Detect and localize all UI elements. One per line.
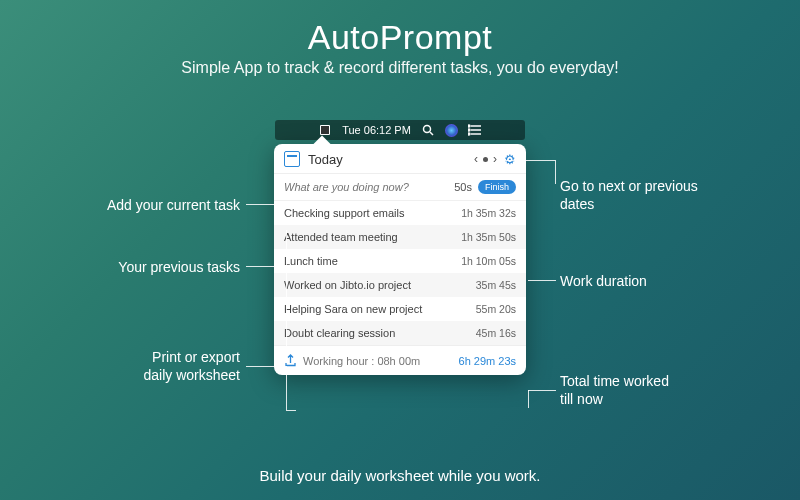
current-task-elapsed: 50s xyxy=(454,181,472,193)
current-task-input[interactable] xyxy=(284,181,454,193)
connector-line xyxy=(528,390,529,408)
settings-gear-icon[interactable]: ⚙ xyxy=(504,152,516,167)
connector-line xyxy=(286,410,296,411)
task-name: Doubt clearing session xyxy=(284,327,476,339)
spotlight-icon[interactable] xyxy=(421,123,435,137)
next-date-button[interactable]: › xyxy=(492,152,498,166)
task-name: Lunch time xyxy=(284,255,461,267)
svg-point-7 xyxy=(468,125,470,127)
task-name: Attended team meeting xyxy=(284,231,461,243)
task-duration: 45m 16s xyxy=(476,327,516,339)
connector-line xyxy=(555,160,556,184)
popover-title: Today xyxy=(308,152,473,167)
hero-subtitle: Simple App to track & record different t… xyxy=(0,59,800,77)
hero-title: AutoPrompt xyxy=(0,0,800,57)
prev-date-button[interactable]: ‹ xyxy=(473,152,479,166)
connector-line xyxy=(246,266,286,267)
callout-nav-dates: Go to next or previous dates xyxy=(560,177,760,213)
svg-point-2 xyxy=(423,126,430,133)
task-duration: 35m 45s xyxy=(476,279,516,291)
connector-line xyxy=(505,160,555,161)
task-row[interactable]: Checking support emails1h 35m 32s xyxy=(274,201,526,225)
connector-line xyxy=(286,366,287,410)
today-dot-icon[interactable] xyxy=(483,157,488,162)
svg-point-8 xyxy=(468,129,470,131)
popover-header: Today ‹ › ⚙ xyxy=(274,144,526,174)
connector-line xyxy=(528,390,556,391)
task-row[interactable]: Worked on Jibto.io project35m 45s xyxy=(274,273,526,297)
callout-work-duration: Work duration xyxy=(560,272,760,290)
task-name: Helping Sara on new project xyxy=(284,303,476,315)
connector-line xyxy=(246,366,286,367)
task-row[interactable]: Helping Sara on new project55m 20s xyxy=(274,297,526,321)
task-name: Checking support emails xyxy=(284,207,461,219)
app-menubar-icon[interactable] xyxy=(318,123,332,137)
menubar-clock: Tue 06:12 PM xyxy=(342,124,411,136)
task-row[interactable]: Lunch time1h 10m 05s xyxy=(274,249,526,273)
callout-total-time: Total time worked till now xyxy=(560,372,760,408)
task-row[interactable]: Attended team meeting1h 35m 50s xyxy=(274,225,526,249)
popover-footer: Working hour : 08h 00m 6h 29m 23s xyxy=(274,345,526,375)
siri-icon[interactable] xyxy=(445,124,458,137)
task-row[interactable]: Doubt clearing session45m 16s xyxy=(274,321,526,345)
connector-line xyxy=(286,230,287,350)
svg-point-9 xyxy=(468,133,470,135)
connector-line xyxy=(246,204,286,205)
date-nav: ‹ › xyxy=(473,152,498,166)
working-hours-label: Working hour : 08h 00m xyxy=(303,355,459,367)
calendar-icon xyxy=(284,151,300,167)
svg-rect-1 xyxy=(321,126,329,134)
total-time: 6h 29m 23s xyxy=(459,355,516,367)
finish-button[interactable]: Finish xyxy=(478,180,516,194)
task-name: Worked on Jibto.io project xyxy=(284,279,476,291)
macos-menubar: Tue 06:12 PM xyxy=(275,120,525,140)
app-popover: Today ‹ › ⚙ 50s Finish Checking support … xyxy=(274,144,526,375)
svg-line-3 xyxy=(430,132,433,135)
callout-prev-tasks: Your previous tasks xyxy=(40,258,240,276)
task-duration: 1h 10m 05s xyxy=(461,255,516,267)
callout-add-task: Add your current task xyxy=(40,196,240,214)
task-duration: 1h 35m 50s xyxy=(461,231,516,243)
callout-export: Print or export daily worksheet xyxy=(40,348,240,384)
hero-footer: Build your daily worksheet while you wor… xyxy=(0,467,800,484)
task-duration: 1h 35m 32s xyxy=(461,207,516,219)
task-duration: 55m 20s xyxy=(476,303,516,315)
connector-line xyxy=(528,280,556,281)
current-task-row: 50s Finish xyxy=(274,174,526,201)
notification-center-icon[interactable] xyxy=(468,123,482,137)
task-list: Checking support emails1h 35m 32sAttende… xyxy=(274,201,526,345)
